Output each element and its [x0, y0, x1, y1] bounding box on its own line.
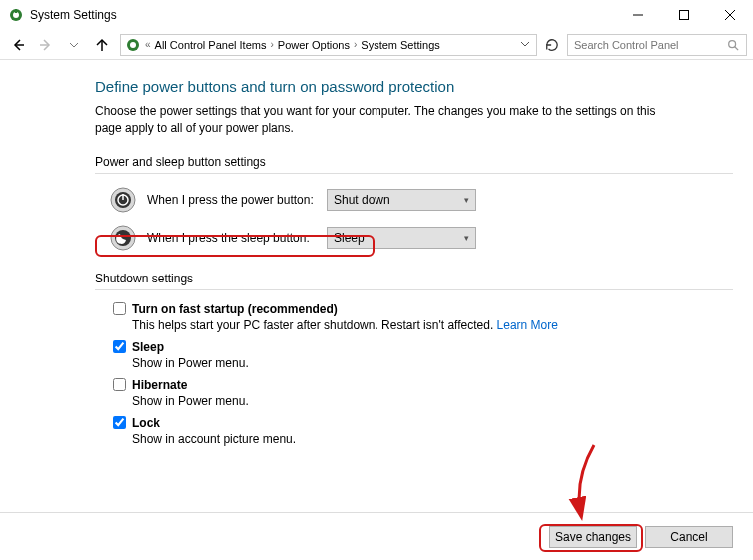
window-controls: [615, 0, 753, 30]
close-button[interactable]: [707, 0, 753, 30]
fast-startup-desc: This helps start your PC faster after sh…: [113, 318, 733, 332]
chevron-down-icon: ▾: [464, 195, 469, 205]
refresh-button[interactable]: [541, 34, 563, 56]
nav-bar: « All Control Panel Items › Power Option…: [0, 30, 753, 60]
app-icon: [8, 7, 24, 23]
section-divider: [95, 289, 733, 290]
power-button-row: When I press the power button: Shut down…: [95, 186, 733, 214]
back-button[interactable]: [6, 33, 30, 57]
fast-startup-checkbox[interactable]: [113, 302, 126, 315]
sleep-checkbox[interactable]: [113, 340, 126, 353]
chevron-right-icon: ›: [352, 39, 359, 50]
maximize-button[interactable]: [661, 0, 707, 30]
search-icon: [726, 38, 740, 52]
cancel-button[interactable]: Cancel: [645, 526, 733, 548]
hibernate-item: Hibernate Show in Power menu.: [95, 378, 733, 408]
lock-item: Lock Show in account picture menu.: [95, 416, 733, 446]
learn-more-link[interactable]: Learn More: [497, 318, 558, 332]
hibernate-label: Hibernate: [132, 378, 187, 392]
hibernate-checkbox[interactable]: [113, 378, 126, 391]
window-title: System Settings: [30, 8, 615, 22]
chevron-right-icon: «: [143, 39, 153, 50]
breadcrumb-dropdown-icon[interactable]: [520, 39, 532, 51]
page-intro: Choose the power settings that you want …: [95, 103, 674, 137]
search-box[interactable]: [567, 34, 747, 56]
sleep-button-row: When I press the sleep button: Sleep ▾: [95, 224, 733, 252]
svg-rect-2: [15, 9, 17, 13]
section-label-power: Power and sleep button settings: [95, 155, 733, 169]
section-divider: [95, 173, 733, 174]
footer-bar: Save changes Cancel: [0, 512, 753, 560]
power-button-dropdown[interactable]: Shut down ▾: [327, 189, 476, 211]
lock-label: Lock: [132, 416, 160, 430]
minimize-button[interactable]: [615, 0, 661, 30]
section-label-shutdown: Shutdown settings: [95, 272, 733, 285]
sleep-label: Sleep: [132, 340, 164, 354]
power-button-label: When I press the power button:: [147, 193, 327, 207]
lock-checkbox[interactable]: [113, 416, 126, 429]
save-changes-button[interactable]: Save changes: [549, 526, 637, 548]
chevron-down-icon: ▾: [464, 233, 469, 243]
svg-point-12: [729, 40, 736, 47]
svg-line-13: [735, 46, 738, 49]
fast-startup-item: Turn on fast startup (recommended) This …: [95, 302, 733, 332]
breadcrumb-icon: [125, 37, 141, 53]
title-bar: System Settings: [0, 0, 753, 30]
up-button[interactable]: [90, 33, 114, 57]
breadcrumb-item[interactable]: Power Options: [278, 39, 350, 51]
content-area: Define power buttons and turn on passwor…: [0, 60, 753, 512]
page-heading: Define power buttons and turn on passwor…: [95, 78, 733, 95]
dropdown-value: Shut down: [334, 193, 390, 207]
sleep-icon: [109, 224, 137, 252]
svg-rect-4: [680, 11, 689, 20]
lock-desc: Show in account picture menu.: [113, 432, 733, 446]
chevron-right-icon: ›: [268, 39, 275, 50]
sleep-item: Sleep Show in Power menu.: [95, 340, 733, 370]
sleep-button-label: When I press the sleep button:: [147, 231, 327, 245]
power-icon: [109, 186, 137, 214]
forward-button[interactable]: [34, 33, 58, 57]
breadcrumb-item[interactable]: All Control Panel Items: [155, 39, 267, 51]
breadcrumb-item[interactable]: System Settings: [361, 39, 439, 51]
recent-dropdown[interactable]: [62, 33, 86, 57]
fast-startup-label: Turn on fast startup (recommended): [132, 302, 338, 316]
hibernate-desc: Show in Power menu.: [113, 394, 733, 408]
svg-point-11: [130, 42, 136, 48]
breadcrumb[interactable]: « All Control Panel Items › Power Option…: [120, 34, 537, 56]
dropdown-value: Sleep: [334, 231, 365, 245]
sleep-button-dropdown[interactable]: Sleep ▾: [327, 227, 476, 249]
sleep-desc: Show in Power menu.: [113, 356, 733, 370]
search-input[interactable]: [574, 39, 722, 51]
